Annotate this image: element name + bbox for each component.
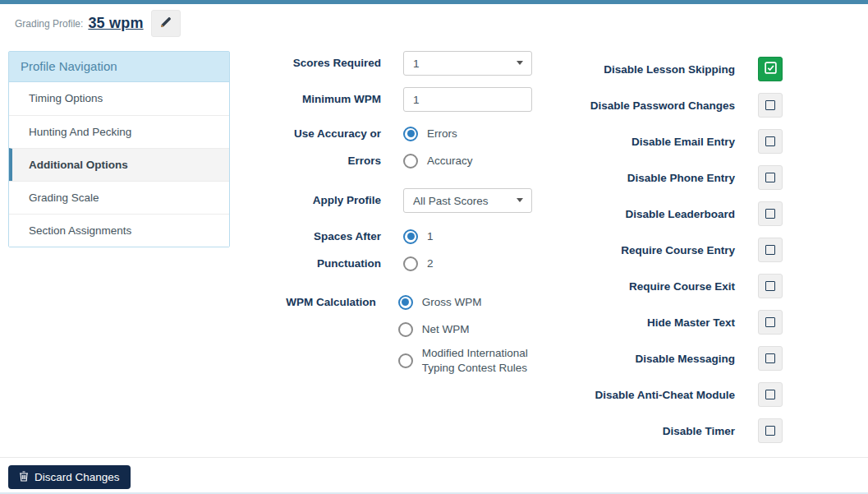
apply-profile-label: Apply Profile xyxy=(271,188,381,213)
toggle-row: Require Course Entry xyxy=(501,232,797,268)
toggle-row: Require Course Exit xyxy=(501,268,797,304)
toggle-row: Disable Leaderboard xyxy=(501,196,797,232)
radio-icon xyxy=(398,295,413,310)
apply-profile-value: All Past Scores xyxy=(413,195,489,207)
toggle-row: Disable Anti-Cheat Module xyxy=(501,376,797,413)
toggle-options-list: Disable Lesson Skipping Disable Password… xyxy=(501,51,797,449)
disable-leaderboard-label: Disable Leaderboard xyxy=(501,208,735,220)
empty-checkbox-icon xyxy=(765,100,775,110)
radio-icon xyxy=(403,154,418,169)
toggle-row: Hide Master Text xyxy=(501,304,797,340)
empty-checkbox-icon xyxy=(765,317,775,327)
grading-profile-label: Grading Profile: xyxy=(15,18,83,30)
toggle-row: Disable Email Entry xyxy=(501,123,797,159)
radio-icon xyxy=(398,353,413,368)
disable-lesson-skipping-checkbox[interactable] xyxy=(758,57,783,81)
sidebar-item-section-assignments[interactable]: Section Assignments xyxy=(9,214,229,247)
sidebar-item-additional-options[interactable]: Additional Options xyxy=(9,148,229,181)
empty-checkbox-icon xyxy=(765,353,775,363)
toggle-row: Disable Messaging xyxy=(501,340,797,376)
disable-anti-cheat-module-checkbox[interactable] xyxy=(758,382,783,407)
radio-accuracy-option[interactable]: Accuracy xyxy=(403,147,473,174)
disable-password-changes-label: Disable Password Changes xyxy=(501,99,735,112)
trash-icon xyxy=(19,471,29,484)
empty-checkbox-icon xyxy=(765,136,775,146)
disable-leaderboard-checkbox[interactable] xyxy=(758,201,783,226)
profile-navigation-title: Profile Navigation xyxy=(9,52,229,82)
grading-profile-name: 35 wpm xyxy=(88,15,143,32)
disable-messaging-label: Disable Messaging xyxy=(501,353,735,365)
toggle-row: Disable Password Changes xyxy=(501,87,797,123)
checked-checkbox-icon xyxy=(764,61,778,77)
require-course-entry-label: Require Course Entry xyxy=(501,244,735,256)
use-accuracy-or-errors-label: Use Accuracy or Errors xyxy=(271,120,381,174)
discard-changes-label: Discard Changes xyxy=(34,471,120,483)
radio-icon xyxy=(403,256,418,271)
empty-checkbox-icon xyxy=(765,426,775,436)
toggle-row: Disable Lesson Skipping xyxy=(501,51,797,87)
page-header: Grading Profile: 35 wpm xyxy=(15,10,181,37)
disable-anti-cheat-module-label: Disable Anti-Cheat Module xyxy=(501,389,735,401)
radio-icon xyxy=(403,229,418,244)
disable-messaging-checkbox[interactable] xyxy=(758,346,783,371)
footer-bar: Discard Changes xyxy=(0,457,868,492)
sidebar-item-hunting-and-pecking[interactable]: Hunting And Pecking xyxy=(9,115,229,148)
pencil-icon xyxy=(159,16,172,31)
disable-email-entry-label: Disable Email Entry xyxy=(501,136,735,148)
empty-checkbox-icon xyxy=(765,209,775,219)
scores-required-value: 1 xyxy=(413,58,420,70)
profile-navigation-panel: Profile Navigation Timing Options Huntin… xyxy=(8,51,230,247)
radio-one-space-option[interactable]: 1 xyxy=(403,223,434,250)
empty-checkbox-icon xyxy=(765,281,775,291)
empty-checkbox-icon xyxy=(765,390,775,399)
require-course-entry-checkbox[interactable] xyxy=(758,238,783,262)
require-course-exit-label: Require Course Exit xyxy=(501,280,735,293)
empty-checkbox-icon xyxy=(765,245,775,255)
radio-icon xyxy=(403,127,418,141)
wpm-calculation-label: WPM Calculation xyxy=(271,289,376,379)
sidebar-item-timing-options[interactable]: Timing Options xyxy=(9,82,229,115)
radio-icon xyxy=(398,322,413,337)
disable-email-entry-checkbox[interactable] xyxy=(758,129,783,154)
edit-profile-name-button[interactable] xyxy=(151,10,181,37)
grading-profile-page: Grading Profile: 35 wpm Profile Navigati… xyxy=(0,0,868,494)
hide-master-text-checkbox[interactable] xyxy=(758,310,783,335)
scores-required-label: Scores Required xyxy=(271,51,381,76)
disable-timer-checkbox[interactable] xyxy=(758,418,783,443)
disable-lesson-skipping-label: Disable Lesson Skipping xyxy=(501,63,735,76)
hide-master-text-label: Hide Master Text xyxy=(501,316,735,329)
toggle-row: Disable Timer xyxy=(501,413,797,449)
minimum-wpm-label: Minimum WPM xyxy=(271,87,381,112)
sidebar-item-grading-scale[interactable]: Grading Scale xyxy=(9,181,229,214)
empty-checkbox-icon xyxy=(765,173,775,182)
disable-password-changes-checkbox[interactable] xyxy=(758,93,783,118)
require-course-exit-checkbox[interactable] xyxy=(758,274,783,298)
radio-two-spaces-option[interactable]: 2 xyxy=(403,250,434,277)
radio-errors-option[interactable]: Errors xyxy=(403,120,473,147)
disable-phone-entry-checkbox[interactable] xyxy=(758,165,783,190)
disable-timer-label: Disable Timer xyxy=(501,425,735,437)
discard-changes-button[interactable]: Discard Changes xyxy=(8,465,131,489)
disable-phone-entry-label: Disable Phone Entry xyxy=(501,172,735,184)
spaces-after-punctuation-label: Spaces After Punctuation xyxy=(271,223,381,277)
toggle-row: Disable Phone Entry xyxy=(501,159,797,196)
top-accent-bar xyxy=(0,0,868,4)
